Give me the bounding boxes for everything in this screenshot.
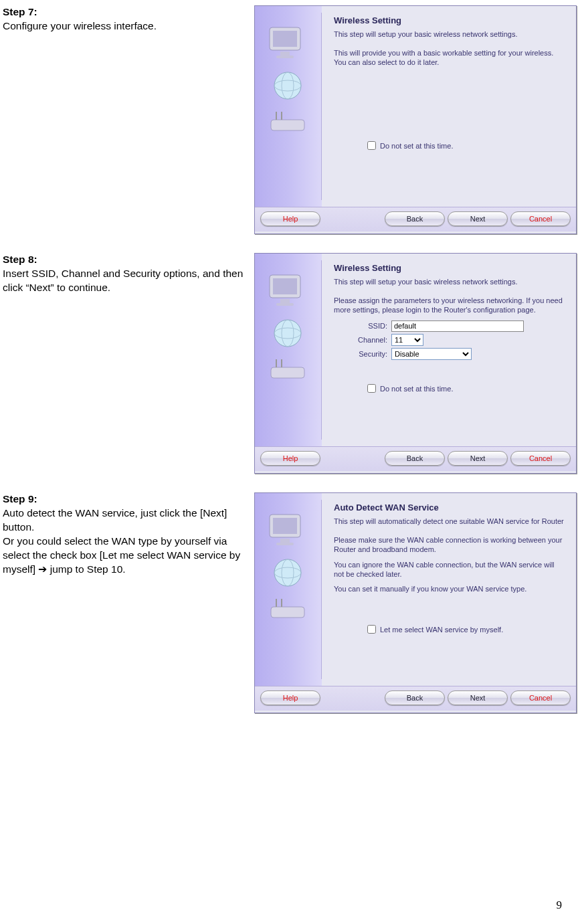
step7-buttonbar: Help Back Next Cancel (255, 207, 576, 232)
step8-buttonbar: Help Back Next Cancel (255, 446, 576, 471)
globe-icon (272, 318, 303, 349)
back-button[interactable]: Back (385, 451, 445, 466)
back-button[interactable]: Back (385, 690, 445, 705)
step9-buttonbar: Help Back Next Cancel (255, 686, 576, 711)
step7-donotset-label: Do not set at this time. (380, 141, 453, 151)
next-button[interactable]: Next (448, 690, 508, 705)
back-button[interactable]: Back (385, 211, 445, 226)
step8-panel-note: Please assign the parameters to your wir… (334, 296, 565, 315)
svg-rect-11 (273, 278, 297, 294)
cancel-button[interactable]: Cancel (510, 451, 571, 466)
step8-donotset-label: Do not set at this time. (380, 384, 453, 393)
svg-point-4 (274, 72, 301, 99)
svg-rect-1 (273, 31, 297, 47)
step9-panel-p1: Please make sure the WAN cable connectio… (334, 535, 565, 555)
step9-manual-label: Let me select WAN service by myself. (380, 625, 503, 634)
router-icon (267, 110, 310, 137)
svg-rect-7 (271, 120, 304, 130)
step7-panel-note: This will provide you with a basic worka… (334, 48, 565, 68)
monitor-icon (267, 25, 308, 62)
next-button[interactable]: Next (448, 451, 508, 466)
svg-rect-17 (271, 367, 304, 378)
step7-donotset-checkbox[interactable] (367, 141, 376, 150)
step8-heading: Step 8: (3, 254, 37, 265)
step7-wizard: Wireless Setting This step will setup yo… (254, 5, 577, 234)
svg-rect-21 (273, 518, 297, 534)
help-button[interactable]: Help (260, 211, 320, 226)
step9-heading: Step 9: (3, 493, 37, 504)
svg-rect-3 (276, 56, 294, 58)
security-select[interactable]: Disable (391, 348, 472, 360)
step7-desc: Configure your wireless interface. (3, 20, 157, 31)
ssid-input[interactable] (391, 320, 524, 332)
step8-panel-intro: This step will setup your basic wireless… (334, 277, 565, 286)
globe-icon (272, 557, 303, 588)
step9-wizard: Auto Detect WAN Service This step will a… (254, 492, 577, 713)
step9-panel-title: Auto Detect WAN Service (334, 502, 565, 514)
cancel-button[interactable]: Cancel (510, 690, 571, 705)
help-button[interactable]: Help (260, 690, 320, 705)
help-button[interactable]: Help (260, 451, 320, 466)
step7-content: Wireless Setting This step will setup yo… (322, 6, 576, 207)
svg-rect-23 (276, 543, 294, 545)
step9-manual-checkbox[interactable] (367, 625, 376, 634)
step9-desc1: Auto detect the WAN service, just click … (3, 507, 227, 533)
step8-panel-title: Wireless Setting (334, 263, 565, 274)
step8-content: Wireless Setting This step will setup yo… (322, 254, 576, 446)
step8-donotset-checkbox[interactable] (367, 384, 376, 393)
step8-desc: Insert SSID, Channel and Security option… (3, 268, 243, 293)
step7-panel-title: Wireless Setting (334, 15, 565, 27)
router-icon (267, 597, 310, 624)
svg-rect-2 (280, 52, 290, 56)
cancel-button[interactable]: Cancel (510, 211, 571, 226)
next-button[interactable]: Next (448, 211, 508, 226)
wizard-sidebar (255, 493, 322, 686)
step9-text: Step 9: Auto detect the WAN service, jus… (3, 492, 254, 577)
svg-rect-22 (280, 539, 290, 543)
step7-heading: Step 7: (3, 6, 37, 17)
wizard-sidebar (255, 254, 322, 446)
router-icon (267, 358, 310, 385)
step8-wizard: Wireless Setting This step will setup yo… (254, 253, 577, 474)
globe-icon (272, 70, 303, 101)
channel-select[interactable]: 11 (391, 334, 423, 346)
step7-text: Step 7: Configure your wireless interfac… (3, 5, 254, 33)
wizard-sidebar (255, 6, 322, 207)
step8-text: Step 8: Insert SSID, Channel and Securit… (3, 253, 254, 295)
monitor-icon (267, 272, 308, 310)
step9-panel-p3: You can set it manually if you know your… (334, 584, 565, 593)
svg-rect-13 (276, 303, 294, 306)
ssid-label: SSID: (347, 321, 387, 331)
step9-content: Auto Detect WAN Service This step will a… (322, 493, 576, 686)
svg-point-14 (274, 320, 301, 347)
step9-panel-intro: This step will automatically detect one … (334, 517, 565, 526)
step9-desc2: Or you could select the WAN type by your… (3, 535, 240, 575)
svg-point-24 (274, 559, 301, 586)
step9-panel-p2: You can ignore the WAN cable connection,… (334, 560, 565, 579)
channel-label: Channel: (347, 335, 387, 345)
step7-panel-intro: This step will setup your basic wireless… (334, 29, 565, 39)
monitor-icon (267, 512, 308, 549)
svg-rect-12 (280, 299, 290, 303)
svg-rect-27 (271, 607, 304, 618)
page-number: 9 (557, 899, 563, 912)
security-label: Security: (347, 349, 387, 359)
